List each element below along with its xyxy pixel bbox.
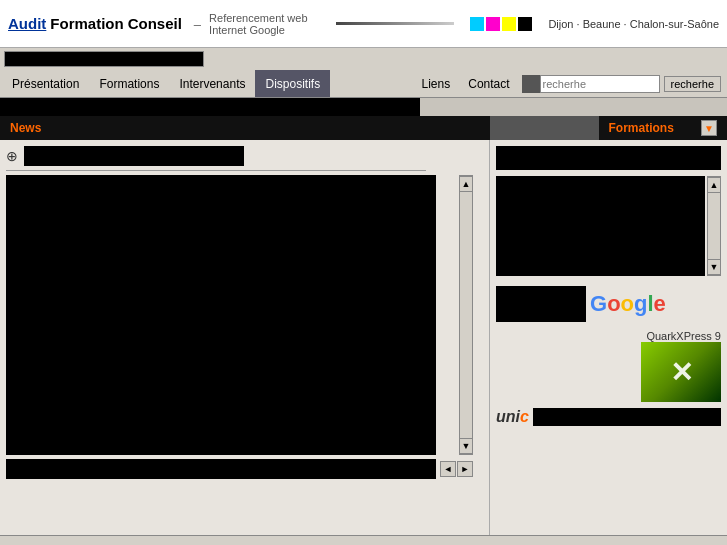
section-headers: News Formations ▼ [0, 116, 727, 140]
formations-img-scrollbar: ▲ ▼ [707, 176, 721, 276]
page-header: Audit Formation Conseil – Referencement … [0, 0, 727, 48]
news-navigation: ⊕ [6, 146, 483, 166]
formations-section-header: Formations ▼ [599, 116, 728, 140]
main-content: ⊕ ▲ ▼ ◄ ► ▲ ▼ [0, 140, 727, 535]
search-input[interactable] [540, 75, 660, 93]
news-content-area [6, 175, 436, 455]
nav-liens[interactable]: Liens [414, 73, 459, 95]
formations-image-area: ▲ ▼ [496, 176, 721, 276]
logo-dash: – [194, 17, 201, 32]
color-squares [470, 17, 532, 31]
news-bottom-block [6, 459, 436, 479]
news-scrollbar: ▲ ▼ [459, 175, 473, 455]
news-label: News [10, 121, 41, 135]
news-bottom-bar: ◄ ► [6, 459, 483, 479]
news-header-right [490, 116, 599, 140]
scroll-left-button[interactable]: ◄ [440, 461, 456, 477]
scroll-right-button[interactable]: ► [457, 461, 473, 477]
unic-area: unic [496, 408, 721, 426]
news-column: ⊕ ▲ ▼ ◄ ► [0, 140, 490, 535]
cyan-square [470, 17, 484, 31]
nav-dispositifs[interactable]: Dispositifs [255, 70, 330, 97]
yellow-square [502, 17, 516, 31]
quark-x-icon: ✕ [670, 356, 693, 389]
search-button[interactable]: recherhe [664, 76, 721, 92]
news-title-block [24, 146, 244, 166]
formations-dropdown-button[interactable]: ▼ [701, 120, 717, 136]
navbar: Présentation Formations Intervenants Dis… [0, 70, 727, 98]
referencement-text: Referencement web Internet Google [209, 12, 328, 36]
formations-scroll-up[interactable]: ▲ [707, 177, 721, 193]
black-square [518, 17, 532, 31]
news-bottom-scrollbar: ◄ ► [440, 461, 473, 477]
subbar-black-block [0, 98, 420, 116]
news-prev-button[interactable]: ⊕ [6, 148, 18, 164]
address-input[interactable] [4, 51, 204, 67]
google-logo[interactable]: Google [590, 291, 666, 317]
news-separator [6, 170, 426, 171]
formations-column: ▲ ▼ Google QuarkXPress 9 ✕ unic [490, 140, 727, 535]
status-bar [0, 535, 727, 545]
quarkxpress-label: QuarkXPress 9 [646, 330, 721, 342]
news-content-wrapper: ▲ ▼ [6, 175, 483, 455]
nav-contact[interactable]: Contact [460, 73, 517, 95]
news-scroll-down[interactable]: ▼ [459, 438, 473, 454]
logo-conseil: Conseil [128, 15, 182, 32]
magenta-square [486, 17, 500, 31]
formations-label: Formations [609, 121, 674, 135]
quarkxpress-image[interactable]: ✕ [641, 342, 721, 402]
google-black-block [496, 286, 586, 322]
contact-icon [522, 75, 540, 93]
location-text: Dijon · Beaune · Chalon-sur-Saône [548, 18, 719, 30]
formations-top-block [496, 146, 721, 170]
subbar [0, 98, 727, 116]
news-section-header: News [0, 116, 490, 140]
nav-presentation[interactable]: Présentation [2, 70, 89, 97]
address-bar [0, 48, 727, 70]
nav-intervenants[interactable]: Intervenants [169, 70, 255, 97]
nav-links: Liens Contact [414, 73, 540, 95]
quarkxpress-area: QuarkXPress 9 ✕ [496, 330, 721, 402]
logo-formation: Formation [50, 15, 123, 32]
logo-audit[interactable]: Audit [8, 15, 46, 32]
search-area: recherhe [540, 75, 721, 93]
logo-area: Audit Formation Conseil – [8, 15, 209, 32]
google-area: Google [496, 286, 721, 322]
formations-image-block [496, 176, 705, 276]
unic-block [533, 408, 721, 426]
formations-scroll-down[interactable]: ▼ [707, 259, 721, 275]
nav-formations[interactable]: Formations [89, 70, 169, 97]
unic-logo[interactable]: unic [496, 408, 529, 426]
news-scroll-up[interactable]: ▲ [459, 176, 473, 192]
